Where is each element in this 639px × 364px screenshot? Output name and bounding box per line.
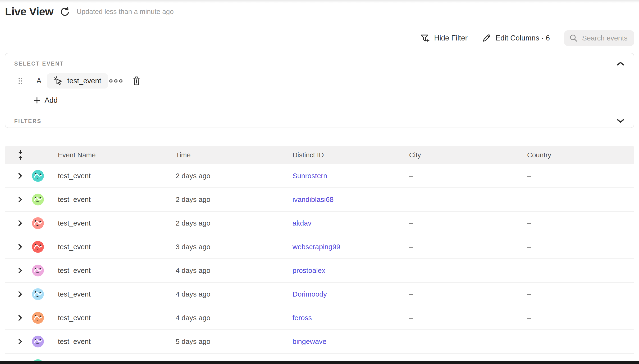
time-cell: 4 days ago	[176, 314, 210, 322]
cursor-click-icon	[54, 76, 63, 86]
time-cell: 4 days ago	[176, 290, 210, 298]
city-cell: –	[409, 314, 413, 322]
query-panel: SELECT EVENT A test_event	[5, 53, 634, 128]
distinct-id-link[interactable]: bingewave	[293, 338, 326, 346]
city-cell: –	[409, 243, 413, 251]
hide-filter-label: Hide Filter	[434, 34, 468, 42]
top-fade	[0, 0, 639, 3]
chevron-right-icon[interactable]	[18, 267, 23, 274]
event-name-cell: test_event	[58, 314, 91, 322]
toolbar: Hide Filter Edit Columns · 6	[420, 30, 634, 46]
country-cell: –	[527, 314, 531, 322]
select-event-label: SELECT EVENT	[14, 60, 64, 67]
avatar[interactable]	[32, 264, 44, 276]
country-cell: –	[527, 338, 531, 346]
funnel-plus-icon	[420, 33, 430, 43]
chevron-right-icon[interactable]	[18, 338, 23, 345]
event-name-cell: test_event	[58, 243, 91, 251]
distinct-id-link[interactable]: ivandiblasi68	[293, 196, 333, 204]
panel-divider	[5, 113, 634, 113]
time-cell: 5 days ago	[176, 338, 210, 346]
drag-handle-icon[interactable]	[18, 77, 23, 85]
page-title: Live View	[5, 5, 53, 18]
col-header-city: City	[409, 151, 421, 159]
country-cell: –	[527, 243, 531, 251]
chevron-right-icon[interactable]	[18, 291, 23, 298]
avatar[interactable]	[32, 170, 44, 182]
chevron-right-icon[interactable]	[18, 220, 23, 227]
search-box[interactable]	[564, 30, 634, 46]
avatar[interactable]	[32, 336, 44, 348]
add-event-button[interactable]: Add	[33, 94, 58, 107]
edit-columns-button[interactable]: Edit Columns · 6	[482, 33, 550, 43]
col-header-time: Time	[176, 151, 190, 159]
country-cell: –	[527, 266, 531, 274]
collapse-rows-icon[interactable]	[17, 150, 24, 160]
event-chip[interactable]: test_event	[47, 73, 108, 88]
time-cell: 3 days ago	[176, 243, 210, 251]
refresh-icon[interactable]	[60, 6, 70, 17]
event-name-cell: test_event	[58, 196, 91, 204]
avatar[interactable]	[32, 217, 44, 229]
edit-columns-label: Edit Columns · 6	[496, 34, 550, 42]
plus-icon	[33, 96, 41, 104]
chevron-right-icon[interactable]	[18, 172, 23, 180]
chevron-right-icon[interactable]	[18, 314, 23, 322]
city-cell: –	[409, 172, 413, 180]
avatar[interactable]	[32, 312, 44, 324]
city-cell: –	[409, 219, 413, 227]
trash-icon[interactable]	[132, 76, 141, 86]
table-header: Event Name Time Distinct ID City Country	[5, 146, 634, 164]
col-header-country: Country	[527, 151, 551, 159]
table-row: test_event 2 days ago Sunrostern – –	[5, 164, 634, 188]
page-header: Live View Updated less than a minute ago	[5, 5, 174, 18]
event-name-cell: test_event	[58, 290, 91, 298]
event-name-cell: test_event	[58, 219, 91, 227]
table-body: test_event 2 days ago Sunrostern – – tes…	[5, 164, 634, 364]
search-icon	[569, 34, 578, 42]
distinct-id-link[interactable]: Sunrostern	[293, 172, 327, 180]
distinct-id-link[interactable]: Dorimoody	[293, 290, 327, 298]
col-header-event-name: Event Name	[58, 151, 96, 159]
event-name-cell: test_event	[58, 172, 91, 180]
distinct-id-link[interactable]: akdav	[293, 219, 311, 227]
table-row: test_event 3 days ago webscraping99 – –	[5, 235, 634, 259]
distinct-id-link[interactable]: feross	[293, 314, 312, 322]
chevron-right-icon[interactable]	[18, 196, 23, 203]
time-cell: 4 days ago	[176, 266, 210, 274]
events-table: Event Name Time Distinct ID City Country…	[5, 146, 634, 364]
distinct-id-link[interactable]: prostoalex	[293, 266, 325, 274]
country-cell: –	[527, 172, 531, 180]
city-cell: –	[409, 338, 413, 346]
event-name-cell: test_event	[58, 338, 91, 346]
table-row: test_event 2 days ago akdav – –	[5, 212, 634, 235]
table-row: test_event 4 days ago feross – –	[5, 306, 634, 330]
event-name-cell: test_event	[58, 266, 91, 274]
more-options-icon[interactable]	[109, 79, 123, 83]
col-header-distinct-id: Distinct ID	[293, 151, 324, 159]
table-row: test_event 2 days ago ivandiblasi68 – –	[5, 188, 634, 212]
chevron-up-icon[interactable]	[615, 58, 626, 69]
time-cell: 2 days ago	[176, 196, 210, 204]
city-cell: –	[409, 290, 413, 298]
country-cell: –	[527, 290, 531, 298]
search-input[interactable]	[582, 34, 635, 42]
avatar[interactable]	[32, 288, 44, 300]
event-letter: A	[37, 77, 42, 85]
table-row: test_event 5 days ago bingewave – –	[5, 330, 634, 354]
chevron-down-icon[interactable]	[615, 116, 626, 126]
city-cell: –	[409, 196, 413, 204]
updated-status: Updated less than a minute ago	[77, 8, 174, 16]
avatar[interactable]	[32, 194, 44, 206]
event-chip-label: test_event	[67, 77, 101, 85]
bottom-edge-bar	[0, 361, 639, 364]
hide-filter-button[interactable]: Hide Filter	[420, 33, 468, 43]
country-cell: –	[527, 219, 531, 227]
avatar[interactable]	[32, 241, 44, 253]
city-cell: –	[409, 266, 413, 274]
add-label: Add	[45, 96, 58, 104]
chevron-right-icon[interactable]	[18, 243, 23, 250]
distinct-id-link[interactable]: webscraping99	[293, 243, 340, 251]
filters-label: FILTERS	[14, 118, 42, 124]
table-row: test_event 4 days ago prostoalex – –	[5, 259, 634, 282]
